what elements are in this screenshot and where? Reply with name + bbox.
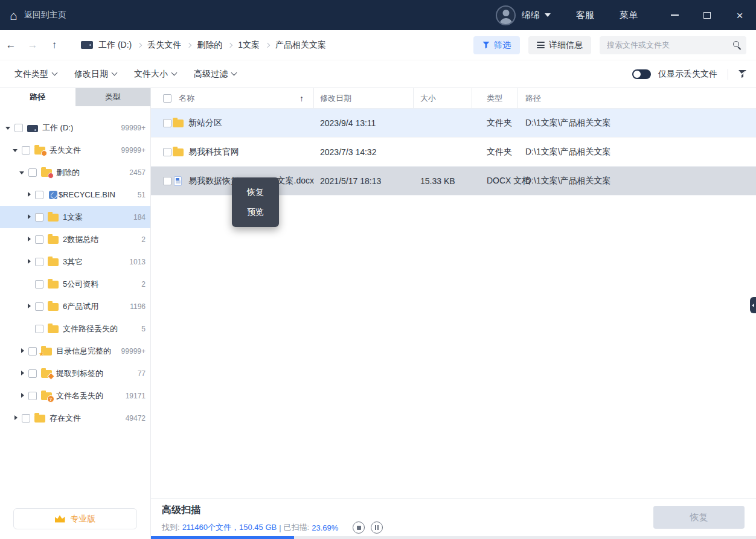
tree-item-deleted[interactable]: 删除的 2457: [0, 161, 150, 183]
checkbox[interactable]: [22, 146, 30, 155]
tab-path[interactable]: 路径: [0, 88, 75, 106]
breadcrumb-item[interactable]: 丢失文件: [147, 40, 181, 51]
stop-scan-button[interactable]: [353, 521, 365, 534]
details-button[interactable]: 详细信息: [528, 36, 591, 54]
arrow-placeholder: [26, 281, 32, 287]
expand-arrow-icon[interactable]: [26, 192, 32, 198]
checkbox[interactable]: [35, 302, 43, 311]
tree-item-existing-files[interactable]: 存在文件 49472: [0, 407, 150, 429]
checkbox[interactable]: [22, 414, 30, 423]
context-menu-recover[interactable]: 恢复: [232, 182, 279, 202]
up-arrow-button[interactable]: ↑: [43, 39, 65, 51]
expand-arrow-icon[interactable]: [26, 237, 32, 243]
checkbox[interactable]: [163, 177, 171, 185]
tree-item-label: $RECYCLE.BIN: [59, 190, 115, 199]
filter-button[interactable]: 筛选: [473, 36, 520, 54]
lost-files-only-toggle[interactable]: [632, 69, 651, 79]
sort-ascending-icon[interactable]: ↑: [300, 94, 304, 103]
breadcrumb-item[interactable]: 产品相关文案: [275, 40, 326, 51]
tree-item-extracted-tags[interactable]: 提取到标签的 77: [0, 362, 150, 384]
recover-button-disabled[interactable]: 恢复: [653, 506, 745, 529]
collapse-arrow-icon[interactable]: [5, 125, 11, 131]
tree-item-path-lost[interactable]: 文件路径丢失的 5: [0, 317, 150, 340]
tree-item-6-product-trial[interactable]: 6产品试用 1196: [0, 295, 150, 317]
tree-item-lost-files[interactable]: 丢失文件 99999+: [0, 139, 150, 161]
checkbox[interactable]: [35, 235, 43, 244]
forward-arrow-button[interactable]: →: [22, 39, 43, 51]
expand-arrow-icon[interactable]: [19, 371, 25, 377]
back-arrow-button[interactable]: ←: [0, 39, 22, 51]
search-icon[interactable]: [733, 41, 739, 47]
breadcrumb-item[interactable]: 删除的: [197, 40, 222, 51]
pro-version-button[interactable]: 专业版: [13, 508, 137, 529]
expand-arrow-icon[interactable]: [26, 304, 32, 310]
breadcrumb-item[interactable]: 1文案: [238, 40, 260, 51]
table-row[interactable]: 易我科技官网 2023/7/3 14:32 文件夹 D:\1文案\产品相关文案: [151, 138, 756, 167]
checkbox[interactable]: [28, 369, 37, 378]
support-button[interactable]: 客服: [576, 10, 594, 21]
user-menu[interactable]: 绵绵: [522, 10, 551, 21]
checkbox[interactable]: [35, 325, 43, 333]
checkbox[interactable]: [28, 168, 37, 177]
tree-item-label: 3其它: [63, 257, 83, 267]
column-header-path[interactable]: 路径: [518, 88, 756, 108]
tree-item-count: 5: [141, 325, 146, 333]
checkbox[interactable]: [35, 280, 43, 289]
collapse-arrow-icon[interactable]: [13, 147, 19, 153]
tree-item-recycle-bin[interactable]: $RECYCLE.BIN 51: [0, 183, 150, 206]
file-size-dropdown[interactable]: 文件大小: [134, 69, 176, 80]
folder-icon: [48, 303, 59, 311]
advanced-filter-dropdown[interactable]: 高级过滤: [194, 69, 236, 80]
starred-folder-icon: [41, 348, 52, 356]
column-header-size[interactable]: 大小: [414, 88, 472, 108]
file-date: 2023/7/3 14:32: [314, 147, 414, 157]
advanced-filter-label: 高级过滤: [194, 69, 228, 80]
search-input[interactable]: [600, 36, 746, 54]
checkbox[interactable]: [35, 258, 43, 266]
expand-arrow-icon[interactable]: [26, 259, 32, 265]
minimize-button[interactable]: [658, 0, 691, 30]
tree-item-1-docs-selected[interactable]: 1文案 184: [0, 206, 150, 228]
file-type-dropdown[interactable]: 文件类型: [14, 69, 57, 80]
scan-progress-track: [151, 536, 756, 539]
tree-item-5-company-files[interactable]: 5公司资料 2: [0, 273, 150, 295]
user-avatar[interactable]: [496, 5, 516, 25]
chevron-right-icon: [228, 42, 232, 47]
expand-arrow-icon[interactable]: [19, 348, 25, 354]
toolbar: ← → ↑ 工作 (D:) 丢失文件 删除的 1文案 产品相关文案 筛选 详细信…: [0, 30, 756, 60]
tree-item-2-data-summary[interactable]: 2数据总结 2: [0, 228, 150, 250]
tree-item-directory-complete[interactable]: 目录信息完整的 99999+: [0, 340, 150, 362]
collapse-arrow-icon[interactable]: [19, 170, 25, 176]
tree-item-filename-lost[interactable]: 文件名丢失的 19171: [0, 384, 150, 407]
expand-arrow-icon[interactable]: [13, 415, 19, 421]
checkbox[interactable]: [14, 124, 23, 132]
context-menu-preview[interactable]: 预览: [232, 202, 279, 222]
expand-arrow-icon[interactable]: [26, 214, 32, 220]
column-header-date[interactable]: 修改日期: [314, 88, 414, 108]
select-all-checkbox[interactable]: [163, 94, 171, 103]
folder-icon: [173, 120, 184, 127]
checkbox[interactable]: [28, 392, 37, 400]
checkbox[interactable]: [163, 148, 171, 156]
maximize-button[interactable]: [691, 0, 723, 30]
filter-reset-icon[interactable]: [738, 70, 746, 78]
modified-date-dropdown[interactable]: 修改日期: [74, 69, 117, 80]
checkbox[interactable]: [28, 347, 37, 356]
checkbox[interactable]: [163, 119, 171, 127]
table-row[interactable]: 新站分区 2023/9/4 13:11 文件夹 D:\1文案\产品相关文案: [151, 109, 756, 138]
back-to-home-button[interactable]: ⌂ 返回到主页: [10, 9, 66, 22]
breadcrumb-item[interactable]: 工作 (D:): [98, 40, 132, 51]
column-header-name[interactable]: 名称 ↑: [173, 88, 314, 108]
tree-item-3-others[interactable]: 3其它 1013: [0, 250, 150, 273]
tab-type[interactable]: 类型: [75, 88, 151, 106]
expand-arrow-icon[interactable]: [19, 393, 25, 399]
checkbox[interactable]: [35, 191, 43, 199]
pause-scan-button[interactable]: [371, 521, 383, 534]
menu-button[interactable]: 菜单: [620, 10, 638, 21]
panel-collapse-handle[interactable]: [750, 297, 756, 313]
tree-item-work-drive[interactable]: 工作 (D:) 99999+: [0, 116, 150, 139]
drive-icon: [27, 125, 38, 132]
checkbox[interactable]: [35, 213, 43, 222]
column-header-type[interactable]: 类型: [472, 88, 518, 108]
close-button[interactable]: ×: [723, 0, 756, 30]
